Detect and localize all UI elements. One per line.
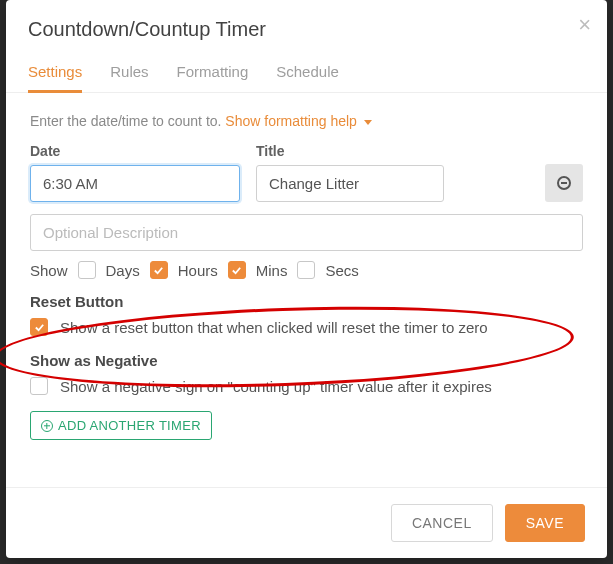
modal-header: Countdown/Countup Timer ×	[6, 0, 607, 55]
show-label: Show	[30, 262, 68, 279]
description-input[interactable]	[30, 214, 583, 251]
title-field: Title	[256, 143, 444, 202]
modal-body: Enter the date/time to count to. Show fo…	[6, 93, 607, 487]
title-input[interactable]	[256, 165, 444, 202]
tab-bar: Settings Rules Formatting Schedule	[6, 55, 607, 93]
formatting-help-label: Show formatting help	[225, 113, 357, 129]
mins-label: Mins	[256, 262, 288, 279]
reset-checkbox[interactable]	[30, 318, 48, 336]
tab-settings[interactable]: Settings	[28, 55, 82, 92]
negative-checkbox[interactable]	[30, 377, 48, 395]
secs-label: Secs	[325, 262, 358, 279]
remove-timer-button[interactable]	[545, 164, 583, 202]
date-field: Date	[30, 143, 240, 202]
reset-option-label: Show a reset button that when clicked wi…	[60, 319, 488, 336]
add-another-timer-button[interactable]: ADD ANOTHER TIMER	[30, 411, 212, 440]
negative-option-row: Show a negative sign on "counting up" ti…	[30, 377, 583, 395]
modal-footer: CANCEL SAVE	[6, 487, 607, 558]
close-icon[interactable]: ×	[578, 14, 591, 36]
mins-checkbox[interactable]	[228, 261, 246, 279]
save-button[interactable]: SAVE	[505, 504, 585, 542]
intro-text: Enter the date/time to count to. Show fo…	[30, 113, 583, 129]
date-label: Date	[30, 143, 240, 159]
tab-rules[interactable]: Rules	[110, 55, 148, 92]
tab-formatting[interactable]: Formatting	[177, 55, 249, 92]
hours-checkbox[interactable]	[150, 261, 168, 279]
date-title-row: Date Title	[30, 143, 583, 202]
days-label: Days	[106, 262, 140, 279]
title-label: Title	[256, 143, 444, 159]
cancel-button[interactable]: CANCEL	[391, 504, 493, 542]
date-input[interactable]	[30, 165, 240, 202]
reset-option-row: Show a reset button that when clicked wi…	[30, 318, 583, 336]
negative-heading: Show as Negative	[30, 352, 583, 369]
plus-circle-icon	[41, 420, 53, 432]
hours-label: Hours	[178, 262, 218, 279]
show-units-row: Show Days Hours Mins Secs	[30, 261, 583, 279]
intro-static: Enter the date/time to count to.	[30, 113, 225, 129]
negative-option-label: Show a negative sign on "counting up" ti…	[60, 378, 492, 395]
days-checkbox[interactable]	[78, 261, 96, 279]
chevron-down-icon	[364, 120, 372, 125]
timer-config-modal: Countdown/Countup Timer × Settings Rules…	[6, 0, 607, 558]
add-another-timer-label: ADD ANOTHER TIMER	[58, 418, 201, 433]
reset-heading: Reset Button	[30, 293, 583, 310]
remove-icon	[557, 176, 571, 190]
formatting-help-link[interactable]: Show formatting help	[225, 113, 371, 129]
modal-title: Countdown/Countup Timer	[28, 18, 266, 40]
tab-schedule[interactable]: Schedule	[276, 55, 339, 92]
secs-checkbox[interactable]	[297, 261, 315, 279]
